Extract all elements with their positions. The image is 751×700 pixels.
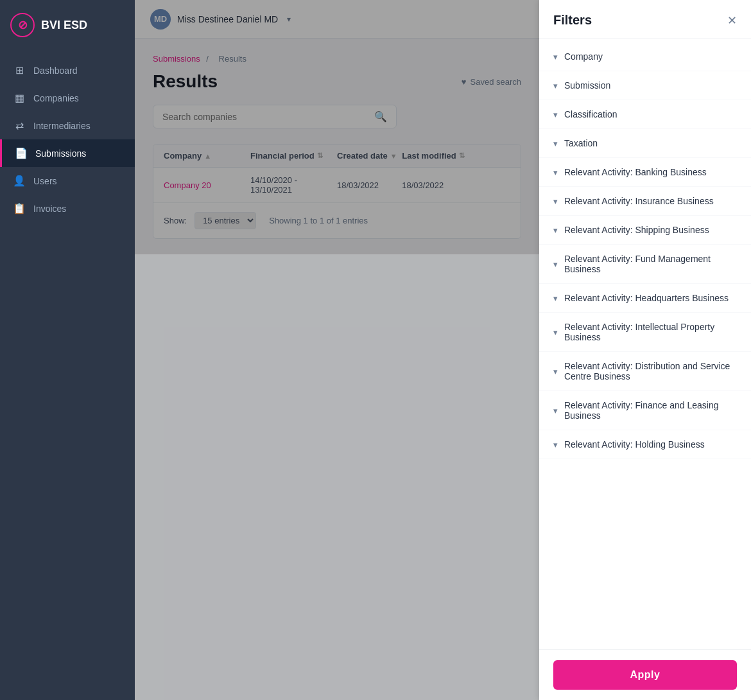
chevron-icon: ▾ <box>553 293 558 303</box>
filter-list: ▾ Company ▾ Submission ▾ Classification … <box>539 39 751 649</box>
user-name: Miss Destinee Daniel MD <box>177 14 278 24</box>
sidebar-item-submissions[interactable]: 📄 Submissions <box>0 139 135 167</box>
page-body: Submissions / Results Results ♥ Saved se… <box>135 39 539 254</box>
filter-item-label: Company <box>564 51 603 62</box>
filter-item-submission[interactable]: ▾ Submission <box>539 71 751 100</box>
sidebar: ⊘ BVI ESD ⊞ Dashboard ▦ Companies ⇄ Inte… <box>0 0 135 700</box>
filter-item-shipping[interactable]: ▾ Relevant Activity: Shipping Business <box>539 216 751 245</box>
invoices-icon: 📋 <box>13 202 26 214</box>
sidebar-item-dashboard[interactable]: ⊞ Dashboard <box>0 57 135 84</box>
filter-item-label: Relevant Activity: Distribution and Serv… <box>564 361 737 381</box>
chevron-icon: ▾ <box>553 81 558 91</box>
column-header-created-date: Created date ▼ <box>337 151 402 161</box>
chevron-icon: ▾ <box>553 52 558 62</box>
search-input[interactable] <box>162 112 374 122</box>
close-button[interactable]: ✕ <box>727 15 737 26</box>
column-header-last-modified: Last modified ⇅ <box>402 151 467 161</box>
dashboard-icon: ⊞ <box>13 64 26 76</box>
filter-item-label: Relevant Activity: Shipping Business <box>564 225 709 235</box>
chevron-icon: ▾ <box>553 225 558 235</box>
sort-desc-icon[interactable]: ▼ <box>390 152 397 160</box>
filter-item-insurance[interactable]: ▾ Relevant Activity: Insurance Business <box>539 187 751 216</box>
apply-button[interactable]: Apply <box>553 660 737 690</box>
filter-item-finance-leasing[interactable]: ▾ Relevant Activity: Finance and Leasing… <box>539 391 751 430</box>
pagination-info: Showing 1 to 1 of 1 entries <box>269 216 368 225</box>
filter-header: Filters ✕ <box>539 0 751 39</box>
entries-select[interactable]: 15 entries 25 entries 50 entries <box>194 212 256 229</box>
users-icon: 👤 <box>13 175 26 187</box>
filter-item-label: Relevant Activity: Banking Business <box>564 167 707 177</box>
page-title: Results <box>153 71 218 92</box>
column-header-company: Company ▲ <box>164 151 250 161</box>
financial-period-cell: 14/10/2020 - 13/10/2021 <box>250 175 337 195</box>
topbar: MD Miss Destinee Daniel MD ▾ <box>135 0 539 39</box>
main-wrapper: MD Miss Destinee Daniel MD ▾ Submissions… <box>135 0 539 700</box>
table-row: Company 20 14/10/2020 - 13/10/2021 18/03… <box>153 168 521 203</box>
filter-item-headquarters[interactable]: ▾ Relevant Activity: Headquarters Busine… <box>539 284 751 313</box>
chevron-icon: ▾ <box>553 259 558 269</box>
sidebar-item-label: Users <box>33 176 57 186</box>
saved-search-button[interactable]: ♥ Saved search <box>462 77 521 87</box>
sidebar-item-label: Submissions <box>35 148 86 159</box>
sidebar-nav: ⊞ Dashboard ▦ Companies ⇄ Intermediaries… <box>0 50 135 229</box>
filter-item-banking[interactable]: ▾ Relevant Activity: Banking Business <box>539 158 751 187</box>
filter-item-label: Relevant Activity: Intellectual Property… <box>564 322 737 342</box>
logo-icon: ⊘ <box>10 13 35 37</box>
chevron-icon: ▾ <box>553 168 558 177</box>
avatar: MD <box>150 9 171 30</box>
submissions-icon: 📄 <box>15 147 28 159</box>
filter-item-holding[interactable]: ▾ Relevant Activity: Holding Business <box>539 430 751 459</box>
logo-text: BVI ESD <box>41 19 87 32</box>
filter-item-label: Relevant Activity: Headquarters Business <box>564 293 729 303</box>
sidebar-item-users[interactable]: 👤 Users <box>0 167 135 195</box>
breadcrumb-parent[interactable]: Submissions <box>153 54 200 64</box>
search-icon[interactable]: 🔍 <box>374 110 387 123</box>
filter-item-label: Taxation <box>564 138 598 148</box>
filter-item-distribution[interactable]: ▾ Relevant Activity: Distribution and Se… <box>539 352 751 391</box>
filter-item-company[interactable]: ▾ Company <box>539 42 751 71</box>
sort-icon[interactable]: ⇅ <box>317 152 323 160</box>
sidebar-item-invoices[interactable]: 📋 Invoices <box>0 195 135 222</box>
sidebar-item-intermediaries[interactable]: ⇄ Intermediaries <box>0 112 135 139</box>
companies-icon: ▦ <box>13 92 26 104</box>
app-logo: ⊘ BVI ESD <box>0 0 135 50</box>
sidebar-item-label: Dashboard <box>33 66 78 76</box>
chevron-icon: ▾ <box>553 328 558 337</box>
chevron-icon: ▾ <box>553 197 558 206</box>
chevron-icon: ▾ <box>553 406 558 416</box>
filter-item-label: Relevant Activity: Holding Business <box>564 439 705 450</box>
filter-title: Filters <box>553 13 592 28</box>
column-header-actions <box>467 151 511 161</box>
chevron-icon: ▾ <box>553 110 558 119</box>
show-label: Show: <box>164 216 187 225</box>
saved-search-label: Saved search <box>470 77 522 87</box>
filter-item-label: Submission <box>564 80 610 91</box>
sort-icon-2[interactable]: ⇅ <box>459 152 465 160</box>
main-content: MD Miss Destinee Daniel MD ▾ Submissions… <box>135 0 539 254</box>
column-header-financial-period: Financial period ⇅ <box>250 151 337 161</box>
created-date-cell: 18/03/2022 <box>337 180 402 190</box>
sort-asc-icon[interactable]: ▲ <box>204 152 211 160</box>
breadcrumb-current: Results <box>219 54 246 64</box>
filter-item-label: Relevant Activity: Fund Management Busin… <box>564 254 737 274</box>
filter-item-taxation[interactable]: ▾ Taxation <box>539 129 751 158</box>
breadcrumb: Submissions / Results <box>153 54 521 64</box>
sidebar-item-label: Intermediaries <box>33 121 91 131</box>
filter-item-label: Classification <box>564 109 617 119</box>
filter-apply-section: Apply <box>539 649 751 700</box>
filter-panel: Filters ✕ ▾ Company ▾ Submission ▾ Class… <box>539 0 751 700</box>
filter-item-label: Relevant Activity: Insurance Business <box>564 196 714 206</box>
search-bar: 🔍 <box>153 105 397 128</box>
filter-item-fund-management[interactable]: ▾ Relevant Activity: Fund Management Bus… <box>539 245 751 284</box>
filter-item-classification[interactable]: ▾ Classification <box>539 100 751 129</box>
sidebar-item-companies[interactable]: ▦ Companies <box>0 84 135 112</box>
chevron-down-icon[interactable]: ▾ <box>287 15 291 24</box>
table-footer: Show: 15 entries 25 entries 50 entries S… <box>153 203 521 238</box>
heart-icon: ♥ <box>462 77 467 87</box>
page-header: Results ♥ Saved search <box>153 71 521 92</box>
company-link[interactable]: Company 20 <box>164 180 250 190</box>
breadcrumb-separator: / <box>206 54 209 64</box>
chevron-icon: ▾ <box>553 367 558 376</box>
intermediaries-icon: ⇄ <box>13 119 26 132</box>
filter-item-intellectual-property[interactable]: ▾ Relevant Activity: Intellectual Proper… <box>539 313 751 352</box>
